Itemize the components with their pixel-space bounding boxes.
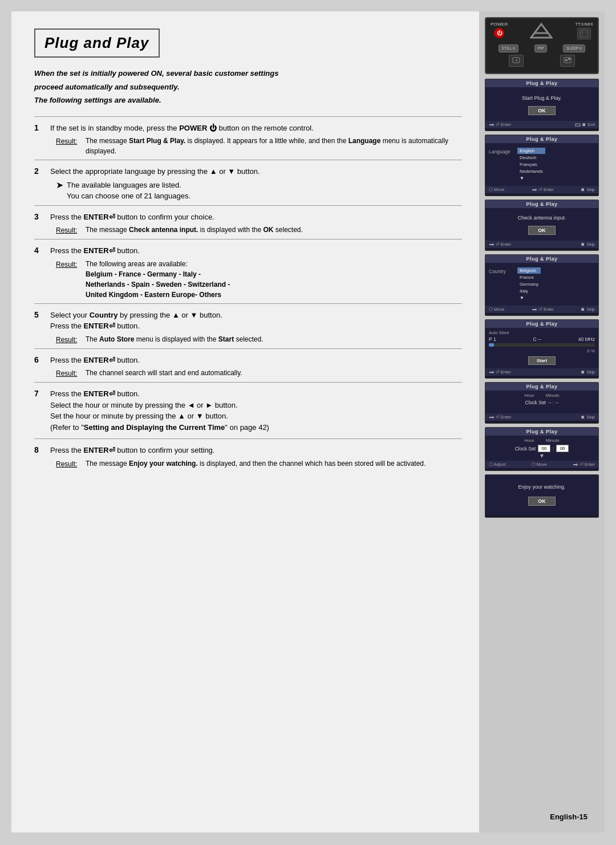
lang-english[interactable]: English bbox=[517, 148, 545, 154]
panel6-footer: ⏎ Enter ⏹ Skip bbox=[485, 413, 598, 421]
step-2-arrow-text: The available languages are listed.You c… bbox=[67, 180, 191, 202]
clock-set-row-6: Clock Set -- : -- bbox=[489, 400, 595, 405]
step-3-result-label: Result: bbox=[56, 225, 86, 235]
step-4-result-label: Result: bbox=[56, 259, 86, 300]
step-4-instruction: Press the ENTER⏎ button. bbox=[50, 245, 462, 257]
pip-btn[interactable]: PIP bbox=[534, 44, 546, 52]
panel1-header: Plug & Play bbox=[485, 79, 598, 87]
lang-more[interactable]: ▼ bbox=[517, 175, 545, 181]
step-8-number: 8 bbox=[34, 445, 50, 469]
panel5-footer: ⏎ Enter ⏹ Skip bbox=[485, 368, 598, 376]
clock-colon: : bbox=[553, 446, 554, 452]
step-7-instruction: Press the ENTER⏎ button.Select the hour … bbox=[50, 388, 462, 433]
panel3-body: Check antenna input. OK bbox=[485, 208, 598, 241]
panel7-adjust: ⬡ Adjust bbox=[489, 462, 506, 467]
country-italy[interactable]: Italy bbox=[517, 288, 541, 294]
panel3-body-text: Check antenna input. bbox=[490, 215, 594, 221]
lang-row: Language English Deutsch Français Nederl… bbox=[485, 145, 598, 184]
panel7-enter: ⏎ Enter bbox=[573, 462, 595, 467]
country-more[interactable]: ▼ bbox=[517, 295, 541, 301]
step-4-content: Press the ENTER⏎ button. Result: The fol… bbox=[50, 245, 462, 300]
country-label: Country bbox=[489, 267, 517, 274]
right-column: POWER ⏻ TTX/MIX bbox=[479, 11, 605, 832]
panel7-footer: ⬡ Adjust ⬡ Move ⏎ Enter bbox=[485, 461, 598, 468]
progress-fill bbox=[489, 343, 494, 347]
lang-nederlands[interactable]: Nederlands bbox=[517, 168, 545, 174]
clock-hour-input[interactable]: 00 bbox=[538, 445, 550, 452]
panel6-header: Plug & Play bbox=[485, 383, 598, 391]
panel3-ok-btn[interactable]: OK bbox=[528, 226, 556, 235]
clock-value: -- : -- bbox=[548, 400, 558, 405]
lang-deutsch[interactable]: Deutsch bbox=[517, 155, 545, 161]
step-5-result-label: Result: bbox=[56, 334, 86, 345]
panel2-body: Language English Deutsch Français Nederl… bbox=[485, 143, 598, 186]
panel7-header: Plug & Play bbox=[485, 428, 598, 436]
autostore-data-row: P 1 C -- 40 MHz bbox=[489, 336, 595, 342]
svg-rect-5 bbox=[565, 59, 568, 61]
screen-panel-4: Plug & Play Country Belgium France Germa… bbox=[485, 254, 599, 316]
page-number: English-15 bbox=[550, 812, 587, 821]
step-7-content: Press the ENTER⏎ button.Select the hour … bbox=[50, 388, 462, 435]
panel1-footer: ⏎ Enter ⏹ Exit bbox=[485, 121, 598, 128]
start-btn[interactable]: Start bbox=[528, 356, 556, 365]
panel1-enter: ⏎ Enter bbox=[489, 122, 511, 127]
ttxmix-label: TTX/MIX bbox=[575, 22, 593, 27]
tv-remote-top: POWER ⏻ TTX/MIX bbox=[491, 22, 593, 42]
percent-label: 0 % bbox=[489, 348, 595, 354]
panel8-body: Enjoy your watching. OK bbox=[485, 475, 598, 515]
minute-label: Minute bbox=[546, 393, 560, 398]
panel1-exit: ⏹ Exit bbox=[575, 122, 595, 127]
lang-francais[interactable]: Français bbox=[517, 161, 545, 168]
step-6-result-text: The channel search will start and end au… bbox=[86, 368, 462, 379]
clock-minute-input[interactable]: 00 bbox=[556, 445, 569, 452]
power-button[interactable]: ⏻ bbox=[494, 28, 504, 38]
lang-list: English Deutsch Français Nederlands ▼ bbox=[517, 148, 545, 181]
step-5-result-row: Result: The Auto Store menu is displayed… bbox=[56, 334, 462, 345]
minute-label-7: Minute bbox=[546, 438, 560, 443]
panel4-skip: ⏹ Skip bbox=[581, 307, 595, 312]
step-3: 3 Press the ENTER⏎ button to confirm you… bbox=[34, 205, 462, 239]
step-2: 2 Select the appropriate language by pre… bbox=[34, 160, 462, 205]
sleep-btn[interactable]: SLEEP⊙ bbox=[563, 44, 585, 52]
step-4: 4 Press the ENTER⏎ button. Result: The f… bbox=[34, 239, 462, 303]
intro-line1: When the set is initially powered ON, se… bbox=[34, 68, 462, 79]
step-1-number: 1 bbox=[34, 123, 50, 157]
step-4-result-text: The following areas are available:Belgiu… bbox=[86, 259, 462, 300]
country-france[interactable]: France bbox=[517, 274, 541, 281]
step-2-instruction: Select the appropriate language by press… bbox=[50, 166, 462, 177]
page: Plug and Play When the set is initially … bbox=[11, 11, 605, 832]
tv-icon-2[interactable] bbox=[560, 55, 575, 67]
still-btn[interactable]: STILL⊙ bbox=[499, 44, 518, 52]
intro-text: When the set is initially powered ON, se… bbox=[34, 68, 462, 106]
lang-label: Language bbox=[489, 148, 517, 155]
panel4-body: Country Belgium France Germany Italy ▼ bbox=[485, 263, 598, 306]
step-5-content: Select your Country by pressing the ▲ or… bbox=[50, 310, 462, 345]
country-belgium[interactable]: Belgium bbox=[517, 267, 541, 274]
country-germany[interactable]: Germany bbox=[517, 281, 541, 287]
tv-icon-1[interactable] bbox=[509, 55, 524, 67]
svg-rect-7 bbox=[576, 124, 580, 126]
clockset-label-7: Clock Set bbox=[515, 446, 536, 452]
tv-remote: POWER ⏻ TTX/MIX bbox=[485, 17, 599, 74]
panel7-body: Hour Minute Clock Set 00 : 00 bbox=[485, 436, 598, 461]
step-8-result-text: The message Enjoy your watching. is disp… bbox=[86, 458, 462, 469]
step-8-content: Press the ENTER⏎ button to confirm your … bbox=[50, 445, 462, 469]
screen-panel-3: Plug & Play Check antenna input. OK ⏎ En… bbox=[485, 200, 599, 251]
country-list: Belgium France Germany Italy ▼ bbox=[517, 267, 541, 301]
step-8-result-row: Result: The message Enjoy your watching.… bbox=[56, 458, 462, 469]
step-3-result-text: The message Check antenna input. is disp… bbox=[86, 225, 462, 235]
panel8-ok-btn[interactable]: OK bbox=[528, 497, 556, 506]
c-label: C -- bbox=[533, 336, 541, 342]
panel5-header: Plug & Play bbox=[485, 320, 598, 328]
step-1-content: If the set is in standby mode, press the… bbox=[50, 123, 462, 157]
panel1-ok-btn[interactable]: OK bbox=[528, 106, 556, 115]
panel3-enter: ⏎ Enter bbox=[489, 242, 511, 247]
panel6-body: Hour Minute Clock Set -- : -- bbox=[485, 391, 598, 413]
step-3-number: 3 bbox=[34, 212, 50, 236]
page-title: Plug and Play bbox=[44, 34, 149, 52]
step-6-result-label: Result: bbox=[56, 368, 86, 379]
intro-line3: The following settings are available. bbox=[34, 95, 462, 106]
svg-rect-0 bbox=[580, 30, 588, 37]
screen-panel-5: Plug & Play Auto Store P 1 C -- 40 MHz 0… bbox=[485, 319, 599, 379]
panel4-enter: ⏎ Enter bbox=[532, 307, 554, 312]
